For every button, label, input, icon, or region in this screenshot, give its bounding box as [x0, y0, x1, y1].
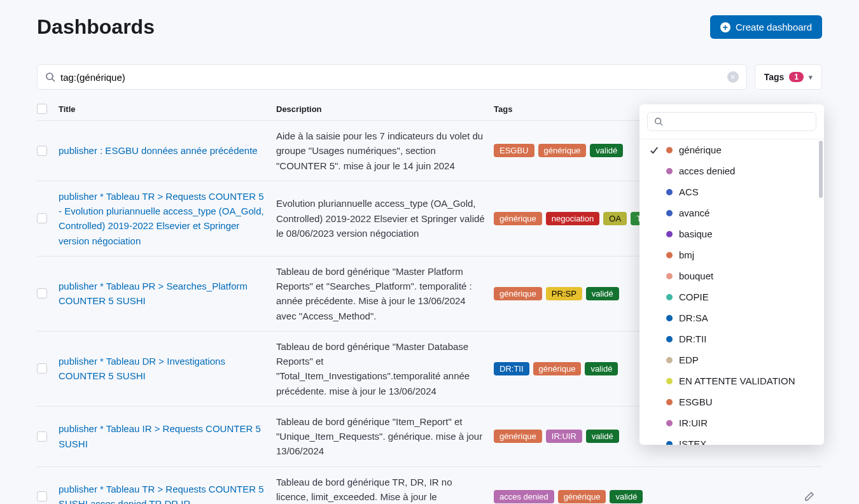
- tag-option-label: ESGBU: [679, 396, 713, 407]
- tag-option[interactable]: DR:SA: [639, 307, 824, 328]
- tag-pill[interactable]: générique: [533, 362, 582, 375]
- tag-option-label: acces denied: [679, 165, 735, 176]
- row-checkbox[interactable]: [37, 213, 47, 223]
- tag-search-box[interactable]: [647, 112, 816, 131]
- tag-option-label: bouquet: [679, 270, 713, 281]
- color-dot-icon: [666, 168, 673, 174]
- tag-pill[interactable]: validé: [590, 144, 623, 157]
- tag-pill[interactable]: ESGBU: [494, 144, 534, 157]
- svg-line-3: [660, 123, 663, 126]
- tag-option[interactable]: ISTEX: [639, 433, 824, 445]
- search-icon: [45, 72, 55, 82]
- tag-option[interactable]: basique: [639, 223, 824, 244]
- tag-pill[interactable]: negociation: [546, 212, 600, 225]
- table-row: publisher * Tableau TR > Requests COUNTE…: [37, 467, 822, 505]
- check-icon: [648, 146, 660, 155]
- create-dashboard-label: Create dashboard: [736, 22, 812, 32]
- column-description: Description: [276, 104, 494, 114]
- row-checkbox[interactable]: [37, 146, 47, 156]
- tag-option-label: EN ATTENTE VALIDATION: [679, 375, 795, 386]
- tag-pill[interactable]: DR:TII: [494, 362, 529, 375]
- tag-option-label: IR:UIR: [679, 417, 708, 428]
- dashboard-title-link[interactable]: publisher * Tableau PR > Searches_Platfo…: [59, 279, 269, 309]
- select-all-checkbox[interactable]: [37, 104, 47, 114]
- column-title[interactable]: Title: [59, 104, 276, 114]
- tag-option[interactable]: avancé: [639, 202, 824, 223]
- tag-option[interactable]: COPIE: [639, 286, 824, 307]
- dashboard-title-link[interactable]: publisher * Tableau DR > Investigations …: [59, 354, 269, 384]
- dashboard-description: Tableau de bord générique "Item_Report" …: [276, 414, 494, 459]
- row-checkbox[interactable]: [37, 288, 47, 298]
- color-dot-icon: [666, 231, 673, 237]
- color-dot-icon: [666, 399, 673, 405]
- color-dot-icon: [666, 357, 673, 363]
- tag-option-label: EDP: [679, 354, 699, 365]
- tags-filter-count: 1: [789, 72, 804, 82]
- color-dot-icon: [666, 441, 673, 445]
- row-checkbox[interactable]: [37, 491, 47, 501]
- tag-pill[interactable]: générique: [494, 287, 542, 300]
- dashboard-title-link[interactable]: publisher * Tableau TR > Requests COUNTE…: [59, 482, 269, 504]
- tag-pill[interactable]: validé: [610, 490, 643, 503]
- tag-option-label: basique: [679, 228, 713, 239]
- tags-filter-button[interactable]: Tags 1 ▾: [755, 64, 822, 90]
- tag-option[interactable]: acces denied: [639, 160, 824, 181]
- color-dot-icon: [666, 147, 673, 153]
- tag-option-label: DR:SA: [679, 312, 708, 323]
- dashboard-description: Evolution pluriannuelle access_type (OA_…: [276, 196, 494, 241]
- color-dot-icon: [666, 294, 673, 300]
- color-dot-icon: [666, 252, 673, 258]
- tag-option[interactable]: EDP: [639, 349, 824, 370]
- dashboard-title-link[interactable]: publisher * Tableau IR > Requests COUNTE…: [59, 421, 269, 451]
- tag-pill[interactable]: générique: [494, 430, 542, 443]
- tag-option[interactable]: générique: [639, 139, 824, 160]
- tag-option[interactable]: IR:UIR: [639, 412, 824, 433]
- color-dot-icon: [666, 336, 673, 342]
- tag-option[interactable]: DR:TII: [639, 328, 824, 349]
- svg-point-0: [46, 73, 53, 80]
- tag-option[interactable]: bmj: [639, 244, 824, 265]
- dashboard-description: Aide à la saisie pour les 7 indicateurs …: [276, 129, 494, 173]
- row-checkbox[interactable]: [37, 431, 47, 442]
- tag-pill[interactable]: validé: [585, 362, 618, 375]
- search-icon: [654, 117, 663, 126]
- plus-circle-icon: +: [720, 22, 730, 32]
- tag-pill[interactable]: OA: [603, 212, 627, 225]
- tag-option-label: générique: [679, 144, 722, 155]
- dashboard-title-link[interactable]: publisher * Tableau TR > Requests COUNTE…: [59, 189, 269, 248]
- edit-icon[interactable]: [804, 491, 814, 501]
- tag-pill[interactable]: IR:UIR: [546, 430, 582, 443]
- tag-pill[interactable]: générique: [494, 212, 542, 225]
- chevron-down-icon: ▾: [809, 73, 813, 81]
- color-dot-icon: [666, 315, 673, 321]
- tag-option-label: ACS: [679, 186, 699, 197]
- color-dot-icon: [666, 210, 673, 216]
- dashboard-description: Tableau de bord générique TR, DR, IR no …: [276, 475, 494, 505]
- tag-option[interactable]: bouquet: [639, 265, 824, 286]
- svg-line-1: [52, 79, 55, 81]
- tags-filter-label: Tags: [764, 72, 785, 82]
- tag-option-label: ISTEX: [679, 438, 706, 445]
- tag-option-label: COPIE: [679, 291, 709, 302]
- tag-pill[interactable]: validé: [586, 287, 619, 300]
- search-input[interactable]: [60, 72, 727, 83]
- scrollbar[interactable]: [819, 141, 823, 198]
- tag-option-label: avancé: [679, 207, 709, 218]
- tag-option[interactable]: ESGBU: [639, 391, 824, 412]
- svg-point-2: [655, 118, 661, 124]
- tag-option-label: bmj: [679, 249, 694, 260]
- tag-option[interactable]: EN ATTENTE VALIDATION: [639, 370, 824, 391]
- create-dashboard-button[interactable]: + Create dashboard: [710, 15, 822, 39]
- tag-pill[interactable]: acces denied: [494, 490, 554, 503]
- tag-pill[interactable]: validé: [586, 430, 619, 443]
- clear-search-icon[interactable]: ✕: [727, 71, 739, 83]
- row-checkbox[interactable]: [37, 363, 47, 374]
- tag-pill[interactable]: générique: [558, 490, 606, 503]
- tag-pill[interactable]: PR:SP: [546, 287, 582, 300]
- dashboard-title-link[interactable]: publisher : ESGBU données année précéden…: [59, 143, 269, 158]
- dashboard-description: Tableau de bord générique "Master Platfo…: [276, 264, 494, 323]
- search-box[interactable]: ✕: [37, 64, 747, 90]
- tag-search-input[interactable]: [667, 116, 809, 127]
- tag-option[interactable]: ACS: [639, 181, 824, 202]
- tag-pill[interactable]: générique: [538, 144, 587, 157]
